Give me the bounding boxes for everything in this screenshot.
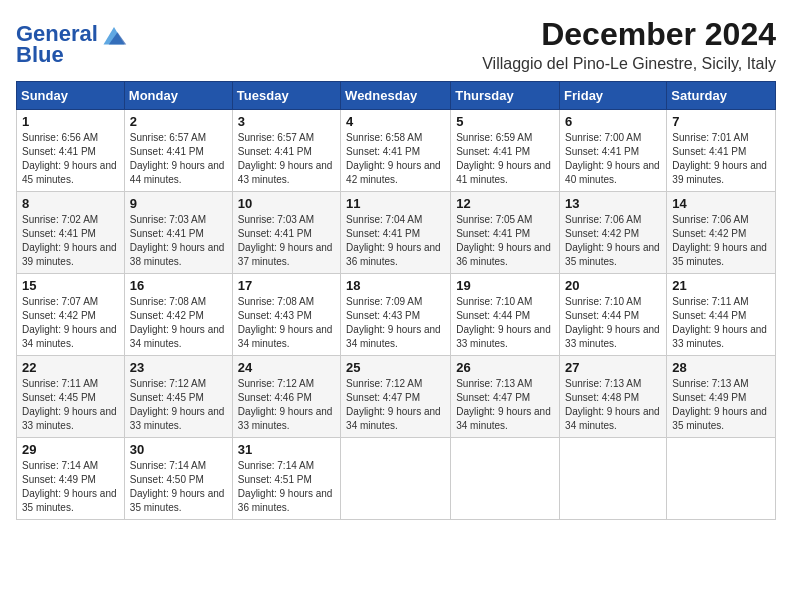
day-number: 23: [130, 360, 227, 375]
calendar-cell: 7Sunrise: 7:01 AMSunset: 4:41 PMDaylight…: [667, 110, 776, 192]
day-number: 31: [238, 442, 335, 457]
calendar-cell: 3Sunrise: 6:57 AMSunset: 4:41 PMDaylight…: [232, 110, 340, 192]
day-number: 25: [346, 360, 445, 375]
day-info: Sunrise: 7:14 AMSunset: 4:51 PMDaylight:…: [238, 459, 335, 515]
calendar-header-tuesday: Tuesday: [232, 82, 340, 110]
calendar-cell: 5Sunrise: 6:59 AMSunset: 4:41 PMDaylight…: [451, 110, 560, 192]
calendar-cell: 24Sunrise: 7:12 AMSunset: 4:46 PMDayligh…: [232, 356, 340, 438]
day-number: 6: [565, 114, 661, 129]
calendar-cell: 28Sunrise: 7:13 AMSunset: 4:49 PMDayligh…: [667, 356, 776, 438]
logo-text-blue: Blue: [16, 44, 64, 66]
day-info: Sunrise: 7:08 AMSunset: 4:42 PMDaylight:…: [130, 295, 227, 351]
calendar-cell: 11Sunrise: 7:04 AMSunset: 4:41 PMDayligh…: [341, 192, 451, 274]
calendar-cell: 23Sunrise: 7:12 AMSunset: 4:45 PMDayligh…: [124, 356, 232, 438]
calendar-header-friday: Friday: [560, 82, 667, 110]
day-number: 9: [130, 196, 227, 211]
calendar-cell: 16Sunrise: 7:08 AMSunset: 4:42 PMDayligh…: [124, 274, 232, 356]
calendar-cell: 18Sunrise: 7:09 AMSunset: 4:43 PMDayligh…: [341, 274, 451, 356]
calendar-cell: 10Sunrise: 7:03 AMSunset: 4:41 PMDayligh…: [232, 192, 340, 274]
calendar-cell: 22Sunrise: 7:11 AMSunset: 4:45 PMDayligh…: [17, 356, 125, 438]
day-number: 12: [456, 196, 554, 211]
day-info: Sunrise: 7:07 AMSunset: 4:42 PMDaylight:…: [22, 295, 119, 351]
day-number: 19: [456, 278, 554, 293]
logo: General Blue: [16, 20, 128, 66]
calendar-week-row: 1Sunrise: 6:56 AMSunset: 4:41 PMDaylight…: [17, 110, 776, 192]
day-number: 17: [238, 278, 335, 293]
day-number: 16: [130, 278, 227, 293]
day-number: 4: [346, 114, 445, 129]
day-number: 24: [238, 360, 335, 375]
header: General Blue December 2024 Villaggio del…: [16, 16, 776, 73]
day-info: Sunrise: 7:01 AMSunset: 4:41 PMDaylight:…: [672, 131, 770, 187]
calendar-cell: 8Sunrise: 7:02 AMSunset: 4:41 PMDaylight…: [17, 192, 125, 274]
day-info: Sunrise: 7:03 AMSunset: 4:41 PMDaylight:…: [130, 213, 227, 269]
calendar-header-monday: Monday: [124, 82, 232, 110]
calendar-week-row: 15Sunrise: 7:07 AMSunset: 4:42 PMDayligh…: [17, 274, 776, 356]
day-info: Sunrise: 6:57 AMSunset: 4:41 PMDaylight:…: [238, 131, 335, 187]
title-area: December 2024 Villaggio del Pino-Le Gine…: [482, 16, 776, 73]
day-info: Sunrise: 7:06 AMSunset: 4:42 PMDaylight:…: [672, 213, 770, 269]
day-info: Sunrise: 7:13 AMSunset: 4:47 PMDaylight:…: [456, 377, 554, 433]
day-info: Sunrise: 7:02 AMSunset: 4:41 PMDaylight:…: [22, 213, 119, 269]
day-info: Sunrise: 7:09 AMSunset: 4:43 PMDaylight:…: [346, 295, 445, 351]
calendar-cell: 1Sunrise: 6:56 AMSunset: 4:41 PMDaylight…: [17, 110, 125, 192]
calendar-week-row: 29Sunrise: 7:14 AMSunset: 4:49 PMDayligh…: [17, 438, 776, 520]
calendar-cell: 4Sunrise: 6:58 AMSunset: 4:41 PMDaylight…: [341, 110, 451, 192]
calendar-header-row: SundayMondayTuesdayWednesdayThursdayFrid…: [17, 82, 776, 110]
calendar-cell: 12Sunrise: 7:05 AMSunset: 4:41 PMDayligh…: [451, 192, 560, 274]
calendar-header-sunday: Sunday: [17, 82, 125, 110]
logo-icon: [100, 20, 128, 48]
day-number: 18: [346, 278, 445, 293]
calendar-cell: 9Sunrise: 7:03 AMSunset: 4:41 PMDaylight…: [124, 192, 232, 274]
day-info: Sunrise: 7:14 AMSunset: 4:50 PMDaylight:…: [130, 459, 227, 515]
calendar-header-wednesday: Wednesday: [341, 82, 451, 110]
calendar-table: SundayMondayTuesdayWednesdayThursdayFrid…: [16, 81, 776, 520]
day-info: Sunrise: 7:12 AMSunset: 4:45 PMDaylight:…: [130, 377, 227, 433]
calendar-cell: 2Sunrise: 6:57 AMSunset: 4:41 PMDaylight…: [124, 110, 232, 192]
day-info: Sunrise: 7:12 AMSunset: 4:46 PMDaylight:…: [238, 377, 335, 433]
page-title: December 2024: [482, 16, 776, 53]
day-number: 11: [346, 196, 445, 211]
day-number: 10: [238, 196, 335, 211]
day-number: 7: [672, 114, 770, 129]
day-number: 26: [456, 360, 554, 375]
day-info: Sunrise: 7:11 AMSunset: 4:44 PMDaylight:…: [672, 295, 770, 351]
calendar-cell: 27Sunrise: 7:13 AMSunset: 4:48 PMDayligh…: [560, 356, 667, 438]
day-number: 30: [130, 442, 227, 457]
day-number: 2: [130, 114, 227, 129]
calendar-week-row: 22Sunrise: 7:11 AMSunset: 4:45 PMDayligh…: [17, 356, 776, 438]
day-number: 13: [565, 196, 661, 211]
calendar-header-saturday: Saturday: [667, 82, 776, 110]
day-info: Sunrise: 7:14 AMSunset: 4:49 PMDaylight:…: [22, 459, 119, 515]
day-info: Sunrise: 7:03 AMSunset: 4:41 PMDaylight:…: [238, 213, 335, 269]
day-info: Sunrise: 7:11 AMSunset: 4:45 PMDaylight:…: [22, 377, 119, 433]
calendar-cell: 13Sunrise: 7:06 AMSunset: 4:42 PMDayligh…: [560, 192, 667, 274]
day-number: 20: [565, 278, 661, 293]
calendar-cell: [560, 438, 667, 520]
day-number: 28: [672, 360, 770, 375]
day-info: Sunrise: 7:08 AMSunset: 4:43 PMDaylight:…: [238, 295, 335, 351]
calendar-cell: 15Sunrise: 7:07 AMSunset: 4:42 PMDayligh…: [17, 274, 125, 356]
day-info: Sunrise: 7:00 AMSunset: 4:41 PMDaylight:…: [565, 131, 661, 187]
day-number: 8: [22, 196, 119, 211]
calendar-cell: [341, 438, 451, 520]
day-info: Sunrise: 6:58 AMSunset: 4:41 PMDaylight:…: [346, 131, 445, 187]
day-number: 1: [22, 114, 119, 129]
calendar-cell: [451, 438, 560, 520]
calendar-cell: 19Sunrise: 7:10 AMSunset: 4:44 PMDayligh…: [451, 274, 560, 356]
day-info: Sunrise: 7:13 AMSunset: 4:49 PMDaylight:…: [672, 377, 770, 433]
day-info: Sunrise: 7:05 AMSunset: 4:41 PMDaylight:…: [456, 213, 554, 269]
day-number: 5: [456, 114, 554, 129]
calendar-cell: 31Sunrise: 7:14 AMSunset: 4:51 PMDayligh…: [232, 438, 340, 520]
calendar-cell: 6Sunrise: 7:00 AMSunset: 4:41 PMDaylight…: [560, 110, 667, 192]
day-info: Sunrise: 7:10 AMSunset: 4:44 PMDaylight:…: [565, 295, 661, 351]
calendar-cell: 17Sunrise: 7:08 AMSunset: 4:43 PMDayligh…: [232, 274, 340, 356]
calendar-cell: 20Sunrise: 7:10 AMSunset: 4:44 PMDayligh…: [560, 274, 667, 356]
day-number: 15: [22, 278, 119, 293]
calendar-cell: 30Sunrise: 7:14 AMSunset: 4:50 PMDayligh…: [124, 438, 232, 520]
calendar-cell: 26Sunrise: 7:13 AMSunset: 4:47 PMDayligh…: [451, 356, 560, 438]
day-number: 22: [22, 360, 119, 375]
calendar-header-thursday: Thursday: [451, 82, 560, 110]
day-number: 3: [238, 114, 335, 129]
day-info: Sunrise: 7:06 AMSunset: 4:42 PMDaylight:…: [565, 213, 661, 269]
